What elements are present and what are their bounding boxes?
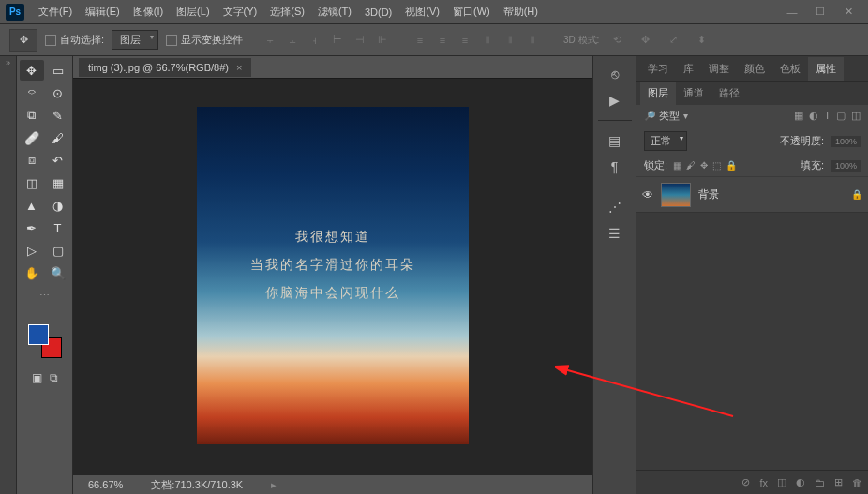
history-panel-icon[interactable]: ⎋	[602, 64, 628, 84]
paragraph-panel-icon[interactable]: ¶	[602, 157, 628, 177]
dodge-tool[interactable]: ◑	[46, 195, 70, 216]
menu-3d[interactable]: 3D(D)	[358, 7, 398, 18]
edit-toolbar[interactable]: ⋯	[33, 285, 57, 306]
lock-artboard-icon[interactable]: ⬚	[712, 160, 721, 171]
filter-kind[interactable]: 🔎 类型 ▾	[644, 109, 688, 123]
crop-tool[interactable]: ⧉	[20, 105, 44, 126]
history-brush-tool[interactable]: ↶	[46, 150, 70, 171]
adjustment-layer-icon[interactable]: ◐	[796, 476, 805, 488]
dist-top-icon[interactable]: ≡	[410, 30, 430, 51]
auto-select-check[interactable]: 自动选择:	[45, 33, 104, 47]
gradient-tool[interactable]: ▦	[46, 172, 70, 193]
zoom-level[interactable]: 66.67%	[88, 479, 123, 490]
screen-mode-icon[interactable]: ⧉	[50, 371, 58, 384]
lock-pos-icon[interactable]: ✥	[700, 160, 708, 171]
lasso-tool[interactable]: ⌔	[20, 82, 44, 103]
tab-color[interactable]: 颜色	[737, 57, 772, 81]
link-layers-icon[interactable]: ⊘	[741, 476, 750, 488]
menu-help[interactable]: 帮助(H)	[497, 5, 545, 19]
canvas-viewport[interactable]: 我很想知道 当我的名字滑过你的耳朵 你脑海中会闪现什么	[73, 79, 592, 475]
minimize-button[interactable]: —	[778, 4, 806, 21]
layer-fx-icon[interactable]: fx	[759, 477, 768, 488]
filter-pixel-icon[interactable]: ▦	[794, 110, 803, 122]
lock-all-icon[interactable]: 🔒	[726, 160, 737, 171]
show-transform-check[interactable]: 显示变换控件	[166, 33, 243, 47]
move-tool[interactable]: ✥	[20, 60, 44, 81]
3d-pan-icon[interactable]: ✥	[635, 30, 655, 51]
tab-swatches[interactable]: 色板	[772, 57, 808, 81]
zoom-tool[interactable]: 🔍	[46, 262, 70, 283]
3d-orbit-icon[interactable]: ⟲	[606, 30, 627, 51]
status-chevron-icon[interactable]: ▸	[271, 479, 277, 491]
auto-select-dropdown[interactable]: 图层	[112, 30, 158, 50]
tab-layers[interactable]: 图层	[640, 82, 676, 105]
document-tab[interactable]: timg (3).jpg @ 66.7%(RGB/8#) ×	[79, 58, 251, 77]
move-tool-icon[interactable]: ✥	[9, 29, 37, 52]
blend-mode-dropdown[interactable]: 正常	[644, 131, 687, 151]
filter-adjust-icon[interactable]: ◐	[809, 110, 818, 122]
stamp-tool[interactable]: ⧈	[20, 150, 44, 171]
foreground-color[interactable]	[28, 324, 49, 345]
expand-icon[interactable]: »	[6, 58, 10, 494]
lock-trans-icon[interactable]: ▦	[673, 160, 681, 171]
tab-adjustments[interactable]: 调整	[701, 57, 737, 81]
quick-mask-icon[interactable]: ▣	[32, 371, 42, 384]
align-vcenter-icon[interactable]: ⫠	[282, 30, 303, 51]
close-button[interactable]: ✕	[834, 4, 862, 21]
doc-size[interactable]: 文档:710.3K/710.3K	[151, 478, 243, 492]
type-tool[interactable]: T	[46, 217, 70, 238]
maximize-button[interactable]: ☐	[806, 4, 834, 21]
dist-left-icon[interactable]: ⦀	[477, 30, 498, 51]
layer-background[interactable]: 👁 背景 🔒	[636, 177, 868, 213]
dist-right-icon[interactable]: ⦀	[522, 30, 543, 51]
eyedropper-tool[interactable]: ✎	[46, 105, 70, 126]
pen-tool[interactable]: ✒	[20, 217, 44, 238]
visibility-icon[interactable]: 👁	[642, 188, 653, 202]
menu-edit[interactable]: 编辑(E)	[79, 5, 127, 19]
blur-tool[interactable]: ▲	[20, 195, 44, 216]
brush-tool[interactable]: 🖌	[46, 127, 70, 148]
filter-smart-icon[interactable]: ◫	[851, 110, 861, 122]
menu-filter[interactable]: 滤镜(T)	[311, 5, 358, 19]
tab-learn[interactable]: 学习	[640, 57, 676, 81]
path-select-tool[interactable]: ▷	[20, 240, 44, 261]
align-hcenter-icon[interactable]: ⊣	[350, 30, 370, 51]
group-icon[interactable]: 🗀	[815, 477, 825, 488]
delete-layer-icon[interactable]: 🗑	[852, 477, 862, 488]
marquee-tool[interactable]: ▭	[46, 60, 70, 81]
color-swatches[interactable]	[28, 324, 62, 358]
tab-channels[interactable]: 通道	[676, 82, 711, 105]
layer-mask-icon[interactable]: ◫	[777, 476, 786, 488]
layer-thumbnail[interactable]	[661, 183, 691, 207]
new-layer-icon[interactable]: ⊞	[834, 476, 843, 488]
3d-slide-icon[interactable]: ⤢	[663, 30, 683, 51]
filter-type-icon[interactable]: T	[824, 110, 831, 122]
tab-libraries[interactable]: 库	[676, 57, 701, 81]
healing-tool[interactable]: 🩹	[20, 127, 44, 148]
align-right-icon[interactable]: ⊩	[372, 30, 393, 51]
align-bottom-icon[interactable]: ⫞	[305, 30, 325, 51]
brushes-panel-icon[interactable]: ⋰	[602, 197, 628, 217]
menu-layer[interactable]: 图层(L)	[170, 5, 216, 19]
menu-type[interactable]: 文字(Y)	[217, 5, 264, 19]
actions-panel-icon[interactable]: ▶	[602, 90, 628, 111]
hand-tool[interactable]: ✋	[20, 262, 44, 283]
menu-file[interactable]: 文件(F)	[32, 5, 79, 19]
dist-bottom-icon[interactable]: ≡	[455, 30, 475, 51]
layer-name[interactable]: 背景	[698, 187, 844, 202]
opacity-value[interactable]: 100%	[831, 136, 861, 147]
eraser-tool[interactable]: ◫	[20, 172, 44, 193]
align-top-icon[interactable]: ⫟	[260, 30, 280, 51]
menu-select[interactable]: 选择(S)	[263, 5, 311, 19]
character-panel-icon[interactable]: ▤	[602, 130, 628, 151]
menu-image[interactable]: 图像(I)	[127, 5, 170, 19]
align-left-icon[interactable]: ⊢	[327, 30, 348, 51]
tool-presets-icon[interactable]: ☰	[602, 223, 628, 244]
tab-paths[interactable]: 路径	[711, 82, 747, 105]
filter-shape-icon[interactable]: ▢	[836, 110, 846, 122]
lock-image-icon[interactable]: 🖌	[686, 160, 696, 171]
tab-properties[interactable]: 属性	[808, 57, 844, 81]
menu-view[interactable]: 视图(V)	[398, 5, 446, 19]
quick-select-tool[interactable]: ⊙	[46, 82, 70, 103]
close-tab-icon[interactable]: ×	[236, 62, 242, 73]
